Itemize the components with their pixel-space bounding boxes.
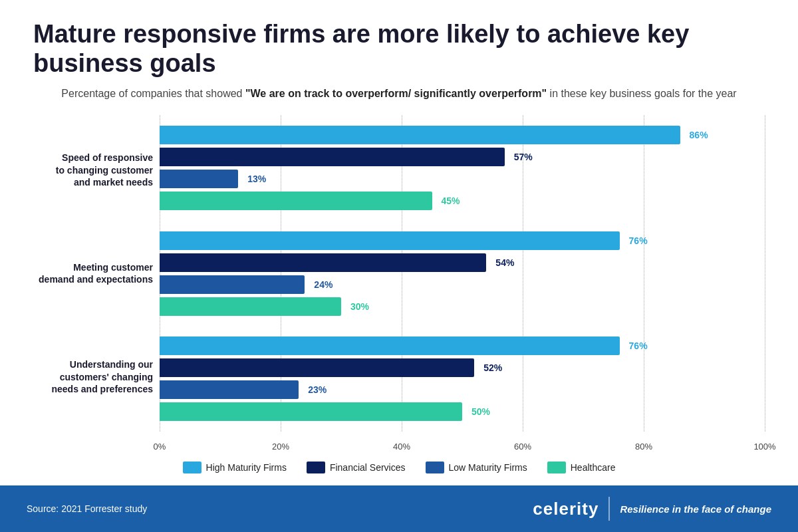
bar-financial: 57% (160, 148, 505, 166)
bar-healthcare: 45% (160, 192, 432, 210)
bar-financial: 54% (160, 253, 486, 272)
legend-color-high-maturity (183, 462, 201, 473)
subtitle-end: in these key business goals for the year (547, 88, 737, 99)
legend-color-financial (307, 462, 325, 473)
legend-label: Financial Services (330, 462, 406, 473)
content-area: Mature responsive firms are more likely … (0, 0, 798, 485)
bar-row: 45% (160, 192, 765, 210)
subtitle-normal: Percentage of companies that showed (61, 88, 245, 99)
y-label: Understanding ourcustomers' changingneed… (33, 358, 153, 395)
bar-value-label: 45% (441, 196, 460, 206)
bar-high-maturity: 76% (160, 336, 620, 355)
footer-source: Source: 2021 Forrester study (27, 503, 147, 514)
bar-groups: 86%57%13%45%76%54%24%30%76%52%23%50% (160, 115, 765, 452)
footer-logo: celerity (533, 499, 598, 519)
bar-healthcare: 50% (160, 402, 462, 421)
bar-healthcare: 30% (160, 297, 341, 316)
bar-row: 57% (160, 148, 765, 166)
bar-value-label: 13% (247, 174, 266, 184)
bar-low-maturity: 24% (160, 275, 305, 294)
y-label: Meeting customerdemand and expectations (33, 261, 153, 285)
bar-value-label: 57% (514, 152, 533, 162)
grid-line (765, 115, 765, 432)
bar-row: 13% (160, 170, 765, 188)
bar-financial: 52% (160, 358, 474, 377)
bar-value-label: 23% (308, 384, 327, 395)
bar-high-maturity: 86% (160, 126, 680, 144)
bar-value-label: 54% (495, 257, 514, 268)
bar-row: 23% (160, 380, 765, 399)
bar-row: 76% (160, 336, 765, 355)
bar-value-label: 76% (629, 235, 648, 246)
legend-item-high-maturity: High Maturity Firms (183, 462, 287, 473)
legend-item-healthcare: Healthcare (547, 462, 616, 473)
y-labels: Speed of responsiveto changing customera… (33, 115, 160, 452)
y-label: Speed of responsiveto changing customera… (33, 152, 153, 188)
bar-row: 50% (160, 402, 765, 421)
legend-label: High Maturity Firms (206, 462, 287, 473)
chart-area: Speed of responsiveto changing customera… (33, 115, 765, 479)
bars-container: 86%57%13%45%76%54%24%30%76%52%23%50% 0%2… (160, 115, 765, 452)
subtitle-bold: "We are on track to overperform/ signifi… (245, 88, 547, 99)
footer: Source: 2021 Forrester study celerity Re… (0, 485, 798, 532)
subtitle: Percentage of companies that showed "We … (33, 86, 765, 102)
bar-value-label: 30% (350, 301, 369, 312)
bar-value-label: 86% (690, 130, 708, 140)
bar-group: 76%52%23%50% (160, 336, 765, 421)
legend: High Maturity FirmsFinancial ServicesLow… (33, 455, 765, 479)
main-title: Mature responsive firms are more likely … (33, 20, 765, 78)
bar-group: 76%54%24%30% (160, 231, 765, 316)
legend-color-healthcare (547, 462, 566, 473)
bar-value-label: 52% (483, 362, 502, 373)
bar-high-maturity: 76% (160, 231, 620, 250)
bar-row: 86% (160, 126, 765, 144)
main-container: Mature responsive firms are more likely … (0, 0, 798, 532)
legend-label: Low Maturity Firms (449, 462, 527, 473)
footer-brand: celerity Resilience in the face of chang… (533, 497, 771, 521)
bar-value-label: 24% (314, 279, 332, 290)
bar-group: 86%57%13%45% (160, 126, 765, 210)
bar-low-maturity: 23% (160, 380, 299, 399)
footer-tagline: Resilience in the face of change (620, 503, 771, 515)
footer-divider (608, 497, 610, 521)
bar-row: 54% (160, 253, 765, 272)
legend-color-low-maturity (426, 462, 444, 473)
bar-row: 30% (160, 297, 765, 316)
bar-low-maturity: 13% (160, 170, 238, 188)
legend-item-low-maturity: Low Maturity Firms (426, 462, 527, 473)
bar-value-label: 76% (629, 340, 648, 351)
legend-item-financial: Financial Services (307, 462, 406, 473)
bar-value-label: 50% (471, 406, 490, 417)
bar-row: 76% (160, 231, 765, 250)
chart-wrapper: Speed of responsiveto changing customera… (33, 115, 765, 452)
legend-label: Healthcare (571, 462, 616, 473)
bar-row: 52% (160, 358, 765, 377)
bar-row: 24% (160, 275, 765, 294)
